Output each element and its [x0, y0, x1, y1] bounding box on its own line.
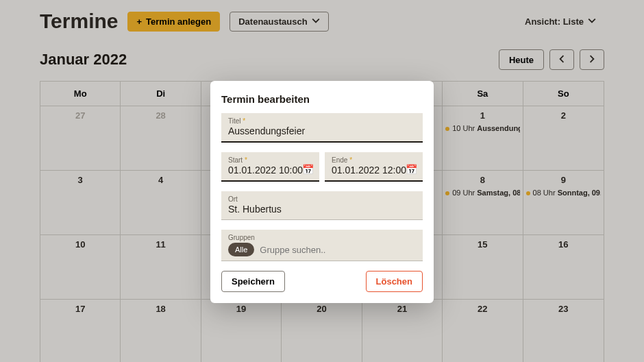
groups-search-input[interactable] [260, 244, 416, 255]
start-label: Start [228, 156, 243, 164]
group-chip-all[interactable]: Alle [228, 243, 254, 256]
delete-button[interactable]: Löschen [366, 271, 423, 292]
title-field[interactable]: Titel * [221, 113, 423, 143]
end-label: Ende [332, 156, 347, 164]
start-field[interactable]: Start * 📅 [221, 152, 319, 182]
end-input[interactable] [332, 164, 416, 176]
title-input[interactable] [228, 125, 416, 136]
edit-event-dialog: Termin bearbeiten Titel * Start * 📅 Ende… [210, 81, 434, 303]
calendar-icon[interactable]: 📅 [406, 164, 417, 175]
location-field[interactable]: Ort [221, 191, 423, 220]
start-input[interactable] [228, 164, 312, 176]
end-field[interactable]: Ende * 📅 [325, 152, 423, 182]
title-label: Titel [228, 117, 241, 125]
groups-label: Gruppen [228, 234, 416, 241]
groups-field[interactable]: Gruppen Alle [221, 230, 423, 261]
calendar-icon[interactable]: 📅 [302, 164, 314, 175]
dialog-title: Termin bearbeiten [221, 93, 423, 105]
save-button[interactable]: Speichern [221, 271, 285, 292]
location-input[interactable] [228, 203, 416, 215]
location-label: Ort [228, 195, 416, 203]
